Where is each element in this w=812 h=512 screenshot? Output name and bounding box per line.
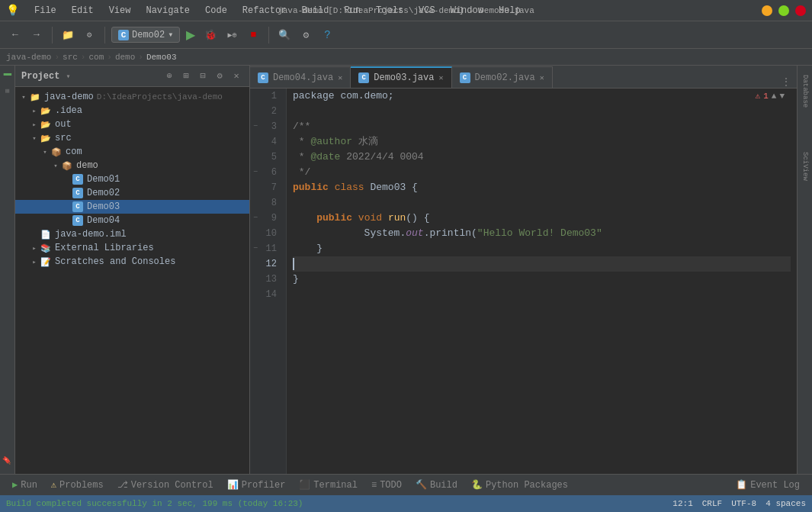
code-line-5[interactable]: * @date 2022/4/4 0004: [293, 150, 791, 165]
tree-arrow-root[interactable]: ▾: [18, 92, 29, 102]
code-line-14[interactable]: [293, 287, 791, 302]
code-line-3[interactable]: /**: [293, 119, 791, 134]
window-controls[interactable]: [762, 5, 806, 16]
breadcrumb-part-2[interactable]: com: [88, 53, 104, 62]
tree-arrow-src[interactable]: ▾: [29, 133, 40, 143]
sidebar-right-database[interactable]: Database: [800, 69, 810, 114]
breadcrumb-part-3[interactable]: demo: [115, 53, 135, 62]
close-button[interactable]: [795, 5, 806, 16]
bottom-tab-event-log[interactable]: 📋 Event Log: [730, 478, 806, 492]
tabs-overflow-btn[interactable]: ⋮: [775, 76, 797, 88]
tree-item-demo04[interactable]: C Demo04: [15, 214, 249, 227]
error-nav-up[interactable]: ▲: [772, 89, 777, 104]
maximize-button[interactable]: [778, 5, 789, 16]
breadcrumb-current[interactable]: Demo03: [146, 53, 177, 62]
panel-tool-locate[interactable]: ⊕: [162, 69, 176, 83]
tree-arrow-scratches[interactable]: ▸: [29, 256, 40, 267]
sidebar-structure-icon[interactable]: ≡: [1, 84, 14, 98]
tab-close-demo02[interactable]: ✕: [540, 73, 544, 82]
run-config-selector[interactable]: C Demo02 ▾: [111, 27, 180, 43]
fold-icon-9[interactable]: −: [253, 211, 258, 226]
bottom-tab-run[interactable]: ▶ Run: [6, 478, 43, 492]
tab-demo03[interactable]: C Demo03.java ✕: [351, 66, 451, 88]
panel-tool-expand[interactable]: ⊞: [179, 69, 193, 83]
bottom-tab-profiler[interactable]: 📊 Profiler: [221, 478, 292, 492]
help-btn[interactable]: ?: [318, 26, 336, 44]
menu-edit[interactable]: Edit: [69, 4, 97, 18]
tree-item-iml[interactable]: 📄 java-demo.iml: [15, 227, 249, 241]
tree-item-idea[interactable]: ▸ 📂 .idea: [15, 104, 249, 118]
menu-navigate[interactable]: Navigate: [143, 4, 193, 18]
stop-button[interactable]: ■: [244, 26, 262, 44]
toolbar-nav-fwd[interactable]: →: [27, 26, 46, 44]
settings-gear-btn[interactable]: ⚙: [297, 26, 315, 44]
tree-item-demo[interactable]: ▾ 📦 demo: [15, 159, 249, 172]
debug-button[interactable]: 🐞: [201, 26, 220, 44]
tree-item-src[interactable]: ▾ 📂 src: [15, 131, 249, 145]
tab-demo02[interactable]: C Demo02.java ✕: [452, 66, 553, 88]
cursor-position[interactable]: 12:1: [672, 499, 692, 508]
tree-item-root[interactable]: ▾ 📁 java-demo D:\IdeaProjects\java-demo: [15, 90, 249, 104]
fold-icon-3[interactable]: −: [253, 119, 258, 134]
tree-arrow-idea[interactable]: ▸: [29, 105, 40, 116]
fold-icon-6[interactable]: −: [253, 165, 258, 180]
tree-item-demo01[interactable]: C Demo01: [15, 172, 249, 186]
sidebar-project-icon[interactable]: ▐: [1, 69, 14, 82]
tab-close-demo03[interactable]: ✕: [438, 73, 443, 82]
tree-item-scratches[interactable]: ▸ 📝 Scratches and Consoles: [15, 255, 249, 269]
panel-tool-close[interactable]: ✕: [229, 69, 243, 83]
menu-file[interactable]: File: [31, 4, 59, 18]
code-editor[interactable]: 1 2 − 3 4 5 − 6 7 8 − 9 10: [250, 89, 797, 474]
code-line-6[interactable]: */: [293, 165, 791, 180]
sidebar-right-sciview[interactable]: SciView: [800, 146, 810, 187]
encoding[interactable]: UTF-8: [731, 499, 756, 508]
minimize-button[interactable]: [762, 5, 772, 16]
tree-arrow-demo[interactable]: ▾: [50, 160, 61, 171]
fold-icon-11[interactable]: −: [253, 241, 258, 256]
code-line-10[interactable]: System. out .println( "Hello World! Demo…: [293, 226, 791, 241]
tree-item-demo03[interactable]: C Demo03: [15, 200, 249, 214]
project-structure-btn[interactable]: 📁: [59, 26, 77, 44]
line-ending[interactable]: CRLF: [702, 499, 722, 508]
panel-tool-settings[interactable]: ⚙: [213, 69, 226, 83]
menu-view[interactable]: View: [106, 4, 134, 18]
code-line-7[interactable]: public class Demo03 {: [293, 180, 791, 195]
code-line-13[interactable]: }: [293, 272, 791, 287]
project-panel-dropdown[interactable]: ▾: [66, 72, 70, 81]
error-nav-down[interactable]: ▼: [779, 89, 785, 104]
bottom-tab-python-packages[interactable]: 🐍 Python Packages: [465, 478, 574, 492]
run-with-coverage-btn[interactable]: ▶⊕: [223, 26, 241, 44]
code-line-9[interactable]: public void run () {: [293, 211, 791, 226]
code-line-11[interactable]: }: [293, 241, 791, 256]
menu-code[interactable]: Code: [202, 4, 230, 18]
breadcrumb-part-0[interactable]: java-demo: [6, 53, 51, 62]
settings-btn[interactable]: ⚙: [80, 26, 98, 44]
bottom-tab-problems[interactable]: ⚠ Problems: [45, 478, 110, 492]
panel-tool-collapse[interactable]: ⊟: [196, 69, 210, 83]
bottom-tab-terminal[interactable]: ⬛ Terminal: [293, 478, 364, 492]
indent-settings[interactable]: 4 spaces: [765, 499, 806, 508]
tree-arrow-ext-libs[interactable]: ▸: [29, 243, 40, 253]
sidebar-bookmarks-icon[interactable]: 🔖: [1, 454, 14, 468]
tree-item-ext-libs[interactable]: ▸ 📚 External Libraries: [15, 241, 249, 255]
tree-arrow-com[interactable]: ▾: [40, 147, 50, 157]
tab-close-demo04[interactable]: ✕: [338, 73, 342, 82]
code-content[interactable]: ⚠ 1 ▲ ▼ package com.demo; /**: [287, 89, 797, 474]
toolbar-nav-back[interactable]: ←: [6, 26, 24, 44]
code-line-1[interactable]: package com.demo;: [293, 89, 791, 104]
bottom-tab-version-control[interactable]: ⎇ Version Control: [111, 478, 220, 492]
tree-item-com[interactable]: ▾ 📦 com: [15, 145, 249, 159]
bottom-tab-build[interactable]: 🔨 Build: [409, 478, 464, 492]
tab-demo04[interactable]: C Demo04.java ✕: [250, 66, 351, 88]
tree-item-demo02[interactable]: C Demo02: [15, 186, 249, 200]
tree-arrow-out[interactable]: ▸: [29, 119, 40, 130]
code-line-2[interactable]: [293, 104, 791, 119]
breadcrumb-part-1[interactable]: src: [63, 53, 78, 62]
search-everywhere-btn[interactable]: 🔍: [275, 26, 294, 44]
code-line-12[interactable]: [293, 256, 791, 272]
code-line-4[interactable]: * @author 水滴: [293, 134, 791, 150]
run-button[interactable]: ▶: [183, 26, 198, 43]
code-line-8[interactable]: [293, 195, 791, 211]
bottom-tab-todo[interactable]: ≡ TODO: [365, 478, 408, 492]
tree-item-out[interactable]: ▸ 📂 out: [15, 118, 249, 131]
